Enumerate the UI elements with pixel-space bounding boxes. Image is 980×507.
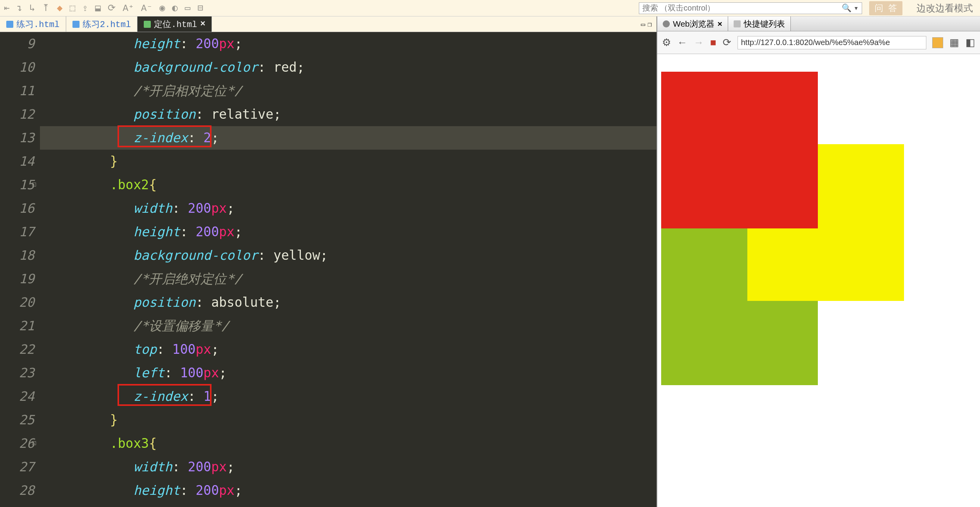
code-line[interactable]: } [40,150,656,173]
mode-label[interactable]: 边改边看模式 [917,2,973,14]
tool-icon[interactable]: ↴ [16,2,22,14]
line-number: 18 [0,244,34,267]
tab-label: 快捷键列表 [744,18,785,29]
preview-tab-shortcuts[interactable]: 快捷键列表 [728,16,791,31]
search-input-wrapper[interactable]: 🔍 ▾ [639,2,862,14]
code-line[interactable]: } [40,408,656,432]
code-line[interactable]: .box2{ [40,173,656,197]
code-line[interactable]: z-index: 2; [40,126,656,150]
tool-icon[interactable]: ⊟ [197,2,203,14]
line-number: 11 [0,79,34,103]
code-line[interactable]: /*开启绝对定位*/ [40,267,656,291]
fold-icon[interactable] [32,183,36,187]
line-number: 22 [0,338,34,361]
tool-icon[interactable]: ⤒ [42,2,50,14]
line-number: 13 [0,126,34,150]
tool-icon[interactable]: ◉ [159,2,165,14]
main-area: 练习.html 练习2.html 定位.html × ▭ ❐ 910111213… [0,16,980,507]
code-line[interactable]: z-index: 1; [40,385,656,408]
code-content[interactable]: height: 200px; background-color: red; /*… [40,32,656,507]
render-area [657,54,980,507]
line-number: 20 [0,291,34,314]
editor-tab[interactable]: 练习.html [0,16,66,32]
file-icon [72,21,80,28]
line-number: 9 [0,32,34,56]
main-toolbar: ⇤ ↴ ↳ ⤒ ◆ ⬚ ⇪ ⬓ ⟳ A⁺ A⁻ ◉ ◐ ▭ ⊟ 🔍 ▾ 问 答 … [0,0,980,16]
line-number: 14 [0,150,34,173]
code-line[interactable]: width: 200px; [40,197,656,220]
code-line[interactable]: position: relative; [40,103,656,126]
url-input[interactable] [741,38,923,47]
code-line[interactable]: left: 100px; [40,361,656,385]
tool-icon[interactable]: ⇤ [4,2,9,14]
tool-icon[interactable]: ⬚ [70,2,75,14]
tool-icon[interactable]: ↳ [29,2,35,14]
editor-tab[interactable]: 练习2.html [66,16,137,32]
go-button[interactable] [932,37,943,48]
editor-panel: 练习.html 练习2.html 定位.html × ▭ ❐ 910111213… [0,16,657,507]
line-number: 28 [0,479,34,502]
list-icon [734,20,741,27]
tool-icon[interactable]: ⟳ [108,2,116,14]
url-box[interactable] [738,36,926,49]
tool-icon[interactable]: ▭ [185,2,190,14]
line-number: 10 [0,56,34,79]
back-icon[interactable]: ← [677,36,687,49]
forward-icon[interactable]: → [694,36,704,49]
file-icon [144,21,151,28]
tab-label: 定位.html [154,18,197,30]
code-line[interactable]: position: absolute; [40,291,656,314]
gear-icon[interactable]: ⚙ [662,36,671,49]
bookmark-icon[interactable]: ◆ [57,2,62,14]
code-line[interactable]: /*设置偏移量*/ [40,314,656,338]
preview-nav: ⚙ ← → ■ ⟳ ▦ ◧ [657,31,980,54]
ext-icon[interactable]: ◧ [966,36,975,49]
fold-icon[interactable] [32,441,36,445]
code-line[interactable]: top: 100px; [40,338,656,361]
code-line[interactable]: background-color: red; [40,56,656,79]
close-icon[interactable]: × [200,19,205,29]
line-number: 26 [0,432,34,455]
tab-label: 练习2.html [83,18,131,30]
close-icon[interactable]: × [718,19,722,29]
tool-icon[interactable]: ⬓ [95,2,101,14]
chrome-icon[interactable]: ◐ [172,2,177,14]
code-line[interactable]: height: 200px; [40,220,656,244]
code-line[interactable]: height: 200px; [40,479,656,502]
tab-label: Web浏览器 [673,18,714,29]
line-number: 15 [0,173,34,197]
minimize-icon[interactable]: ▭ [641,20,645,29]
tool-icon[interactable]: A⁻ [141,2,152,14]
code-line[interactable]: background-color: yellow; [40,244,656,267]
search-input[interactable] [642,4,842,13]
line-number: 25 [0,408,34,432]
preview-panel: Web浏览器 × 快捷键列表 ⚙ ← → ■ ⟳ ▦ ◧ [657,16,980,507]
preview-tabs: Web浏览器 × 快捷键列表 [657,16,980,31]
line-number: 12 [0,103,34,126]
line-number: 23 [0,361,34,385]
line-number: 27 [0,455,34,479]
file-icon [6,21,13,28]
stop-icon[interactable]: ■ [710,36,716,49]
line-number: 21 [0,314,34,338]
tool-icon[interactable]: ⇪ [82,2,88,14]
code-area[interactable]: 910111213141516171819202122232425262728 … [0,32,656,507]
code-line[interactable]: /*开启相对定位*/ [40,79,656,103]
editor-tab-active[interactable]: 定位.html × [137,16,212,32]
line-number: 19 [0,267,34,291]
tool-icon[interactable]: A⁺ [123,2,134,14]
preview-tab-browser[interactable]: Web浏览器 × [657,16,728,31]
line-number: 16 [0,197,34,220]
dropdown-icon[interactable]: ▾ [854,3,859,13]
code-line[interactable]: .box3{ [40,432,656,455]
qr-icon[interactable]: ▦ [949,36,959,49]
search-icon[interactable]: 🔍 [842,3,852,13]
line-gutter: 910111213141516171819202122232425262728 [0,32,40,507]
code-line[interactable]: width: 200px; [40,455,656,479]
qa-button[interactable]: 问 答 [869,1,902,15]
code-line[interactable]: height: 200px; [40,32,656,56]
tab-label: 练习.html [16,18,60,30]
reload-icon[interactable]: ⟳ [723,36,731,49]
restore-icon[interactable]: ❐ [647,20,652,29]
editor-tabs: 练习.html 练习2.html 定位.html × ▭ ❐ [0,16,656,32]
